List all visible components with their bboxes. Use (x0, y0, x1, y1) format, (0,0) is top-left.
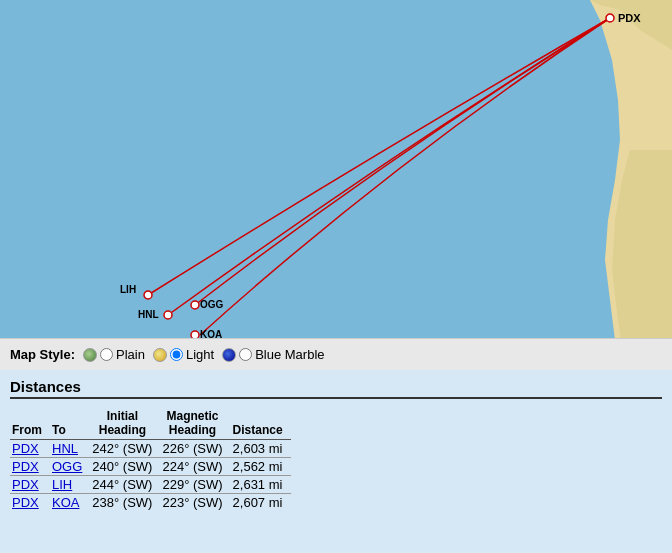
style-light-label: Light (186, 347, 214, 362)
cell-to[interactable]: OGG (50, 458, 90, 476)
svg-text:OGG: OGG (200, 299, 224, 310)
table-header-row: From To InitialHeading MagneticHeading D… (10, 407, 291, 440)
svg-text:HNL: HNL (138, 309, 159, 320)
map-svg: PDX LIH HNL OGG KOA (0, 0, 672, 370)
cell-initial-heading: 238° (SW) (90, 494, 160, 512)
svg-point-8 (164, 311, 172, 319)
style-light-radio[interactable] (170, 348, 183, 361)
cell-initial-heading: 240° (SW) (90, 458, 160, 476)
svg-rect-0 (0, 0, 672, 370)
cell-from[interactable]: PDX (10, 440, 50, 458)
cell-to[interactable]: LIH (50, 476, 90, 494)
cell-distance: 2,603 mi (231, 440, 291, 458)
distances-table: From To InitialHeading MagneticHeading D… (10, 407, 291, 511)
table-row: PDXKOA238° (SW)223° (SW)2,607 mi (10, 494, 291, 512)
style-bluemarble-option[interactable]: Blue Marble (222, 347, 324, 362)
data-panel: Distances From To InitialHeading Magneti… (0, 370, 672, 553)
map-container: PDX LIH HNL OGG KOA Map Style: Plain Lig… (0, 0, 672, 370)
col-magnetic-heading: MagneticHeading (160, 407, 230, 440)
cell-initial-heading: 244° (SW) (90, 476, 160, 494)
table-body: PDXHNL242° (SW)226° (SW)2,603 miPDXOGG24… (10, 440, 291, 512)
col-to: To (50, 407, 90, 440)
style-light-option[interactable]: Light (153, 347, 214, 362)
svg-point-4 (606, 14, 614, 22)
distances-title: Distances (10, 378, 662, 399)
table-row: PDXLIH244° (SW)229° (SW)2,631 mi (10, 476, 291, 494)
col-initial-heading: InitialHeading (90, 407, 160, 440)
svg-point-10 (191, 301, 199, 309)
cell-magnetic-heading: 226° (SW) (160, 440, 230, 458)
map-style-label: Map Style: (10, 347, 75, 362)
style-plain-option[interactable]: Plain (83, 347, 145, 362)
cell-magnetic-heading: 224° (SW) (160, 458, 230, 476)
svg-text:LIH: LIH (120, 284, 136, 295)
svg-point-6 (144, 291, 152, 299)
cell-distance: 2,562 mi (231, 458, 291, 476)
cell-initial-heading: 242° (SW) (90, 440, 160, 458)
globe-blue-icon (222, 348, 236, 362)
globe-light-icon (153, 348, 167, 362)
style-bluemarble-radio[interactable] (239, 348, 252, 361)
cell-magnetic-heading: 223° (SW) (160, 494, 230, 512)
col-distance: Distance (231, 407, 291, 440)
style-plain-label: Plain (116, 347, 145, 362)
svg-text:PDX: PDX (618, 12, 641, 24)
cell-from[interactable]: PDX (10, 494, 50, 512)
style-plain-radio[interactable] (100, 348, 113, 361)
cell-from[interactable]: PDX (10, 476, 50, 494)
cell-to[interactable]: KOA (50, 494, 90, 512)
table-row: PDXHNL242° (SW)226° (SW)2,603 mi (10, 440, 291, 458)
cell-from[interactable]: PDX (10, 458, 50, 476)
globe-plain-icon (83, 348, 97, 362)
table-row: PDXOGG240° (SW)224° (SW)2,562 mi (10, 458, 291, 476)
cell-to[interactable]: HNL (50, 440, 90, 458)
cell-distance: 2,607 mi (231, 494, 291, 512)
cell-distance: 2,631 mi (231, 476, 291, 494)
col-from: From (10, 407, 50, 440)
style-bluemarble-label: Blue Marble (255, 347, 324, 362)
map-style-controls: Map Style: Plain Light Blue Marble (0, 338, 672, 370)
cell-magnetic-heading: 229° (SW) (160, 476, 230, 494)
